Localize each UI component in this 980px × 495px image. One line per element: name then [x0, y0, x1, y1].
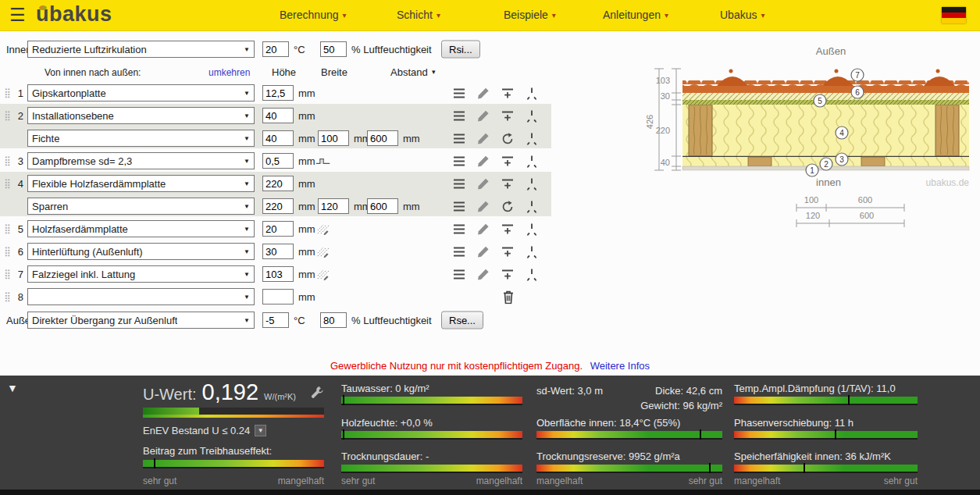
- nav-beispiele[interactable]: Beispiele▾: [504, 9, 556, 21]
- height-input[interactable]: [262, 266, 294, 282]
- edit-pencil-icon[interactable]: [476, 222, 490, 237]
- material-select[interactable]: Sparren▼: [27, 198, 255, 215]
- layer-menu-icon[interactable]: [451, 199, 466, 214]
- nav-anleitungen[interactable]: Anleitungen▾: [603, 9, 668, 21]
- rotate-icon[interactable]: [500, 131, 515, 146]
- unit-label: °C: [294, 315, 305, 326]
- edit-pencil-icon[interactable]: [476, 244, 490, 259]
- add-layer-icon[interactable]: [500, 176, 515, 191]
- rsi-button[interactable]: Rsi...: [441, 41, 480, 59]
- add-layer-icon[interactable]: [500, 154, 515, 169]
- material-select[interactable]: Hinterlüftung (Außenluft)▼: [27, 243, 255, 260]
- unit-label: mm: [403, 133, 420, 144]
- add-layer-icon[interactable]: [500, 86, 515, 101]
- aussen-humidity-input[interactable]: [320, 312, 347, 328]
- material-select[interactable]: Flexible Holzfaserdämmplatte▼: [27, 175, 255, 192]
- hatch-pattern-icon[interactable]: [315, 267, 330, 282]
- height-input[interactable]: [262, 244, 294, 259]
- innen-humidity-input[interactable]: [320, 41, 347, 57]
- power-toggle-icon[interactable]: [524, 267, 539, 282]
- width-input[interactable]: [318, 130, 349, 146]
- aussen-surface-select[interactable]: Direkter Übergang zur Außenluft▼: [27, 312, 255, 329]
- membrane-symbol-icon[interactable]: [315, 154, 330, 169]
- trash-icon[interactable]: [501, 290, 515, 304]
- abstand-header[interactable]: Abstand: [390, 66, 428, 78]
- aussen-temp-input[interactable]: [262, 312, 289, 328]
- spacing-input[interactable]: [367, 198, 398, 214]
- nav-schicht[interactable]: Schicht▾: [397, 9, 440, 21]
- material-select[interactable]: ▼: [27, 288, 255, 305]
- height-input[interactable]: [262, 130, 294, 146]
- logo-leaf-icon: [39, 5, 47, 10]
- german-flag-language-switch[interactable]: [942, 7, 966, 23]
- add-layer-icon[interactable]: [500, 267, 515, 282]
- material-select[interactable]: Installationsebene▼: [27, 107, 255, 124]
- material-select[interactable]: Dampfbremse sd= 2,3▼: [27, 152, 255, 169]
- innen-surface-select[interactable]: Reduzierte Luftzirkulation▼: [27, 41, 255, 58]
- material-select[interactable]: Holzfaserdämmplatte▼: [27, 220, 255, 237]
- sd-wert-stat: sd-Wert: 3,0 m: [536, 385, 603, 397]
- diagram-aussen-label: Außen: [816, 45, 846, 57]
- layer-row: ⣿ 8 ▼ mm: [0, 287, 551, 306]
- add-layer-icon[interactable]: [500, 244, 515, 259]
- power-toggle-icon[interactable]: [524, 86, 539, 101]
- layer-menu-icon[interactable]: [451, 109, 466, 123]
- app-logo[interactable]: ubakus: [36, 2, 112, 27]
- hatch-pattern-icon[interactable]: [315, 244, 330, 259]
- power-toggle-icon[interactable]: [524, 244, 539, 259]
- height-input[interactable]: [262, 221, 294, 237]
- height-input[interactable]: [262, 289, 294, 304]
- rse-button[interactable]: Rse...: [441, 312, 483, 329]
- invert-link[interactable]: umkehren: [208, 67, 250, 78]
- layer-menu-icon[interactable]: [451, 176, 466, 191]
- layer-menu-icon[interactable]: [451, 86, 466, 101]
- layer-menu-icon[interactable]: [451, 244, 466, 259]
- power-toggle-icon[interactable]: [524, 109, 539, 123]
- height-input[interactable]: [262, 198, 294, 214]
- height-input[interactable]: [262, 176, 294, 191]
- material-select[interactable]: Gipskartonplatte▼: [27, 84, 255, 101]
- add-layer-icon[interactable]: [500, 109, 515, 123]
- hatch-pattern-icon[interactable]: [315, 222, 330, 237]
- height-input[interactable]: [262, 85, 294, 101]
- chevron-down-icon: ▾: [343, 11, 347, 20]
- edit-pencil-icon[interactable]: [476, 199, 490, 214]
- wrench-icon[interactable]: [310, 386, 324, 400]
- edit-pencil-icon[interactable]: [476, 176, 490, 191]
- collapse-panel-button[interactable]: ▼: [7, 382, 18, 394]
- edit-pencil-icon[interactable]: [476, 267, 490, 282]
- innen-temp-input[interactable]: [262, 41, 289, 57]
- scale-bad: mangelhaft: [536, 475, 583, 486]
- enev-dropdown[interactable]: ▼: [255, 425, 266, 436]
- hamburger-menu-icon[interactable]: ☰: [9, 5, 26, 26]
- material-select[interactable]: Falzziegel inkl. Lattung▼: [27, 265, 255, 283]
- chevron-down-icon[interactable]: ▾: [432, 68, 436, 76]
- layer-menu-icon[interactable]: [451, 222, 466, 237]
- width-input[interactable]: [318, 198, 349, 214]
- nav-ubakus[interactable]: Ubakus▾: [720, 9, 765, 21]
- layer-menu-icon[interactable]: [451, 131, 466, 146]
- layer-menu-icon[interactable]: [451, 154, 466, 169]
- weitere-infos-link[interactable]: Weitere Infos: [590, 360, 650, 372]
- unit-label: mm: [298, 201, 315, 212]
- unit-label: mm: [298, 155, 315, 167]
- power-toggle-icon[interactable]: [524, 176, 539, 191]
- height-input[interactable]: [262, 108, 294, 123]
- edit-pencil-icon[interactable]: [476, 131, 490, 146]
- rotate-icon[interactable]: [500, 199, 515, 214]
- material-select[interactable]: Fichte▼: [27, 130, 255, 147]
- trocknungsreserve-stat: Trocknungsreserve: 9952 g/m²a: [536, 450, 680, 462]
- edit-pencil-icon[interactable]: [476, 154, 490, 169]
- power-toggle-icon[interactable]: [524, 199, 539, 214]
- edit-pencil-icon[interactable]: [476, 86, 490, 101]
- add-layer-icon[interactable]: [500, 222, 515, 237]
- spacing-input[interactable]: [367, 130, 398, 146]
- layer-row: ⣿ 1 Gipskartonplatte▼ mm: [0, 84, 551, 102]
- height-input[interactable]: [262, 153, 294, 169]
- edit-pencil-icon[interactable]: [476, 109, 490, 123]
- power-toggle-icon[interactable]: [524, 131, 539, 146]
- layer-menu-icon[interactable]: [451, 267, 466, 282]
- power-toggle-icon[interactable]: [524, 222, 539, 237]
- power-toggle-icon[interactable]: [524, 154, 539, 169]
- nav-berechnung[interactable]: Berechnung▾: [280, 9, 347, 21]
